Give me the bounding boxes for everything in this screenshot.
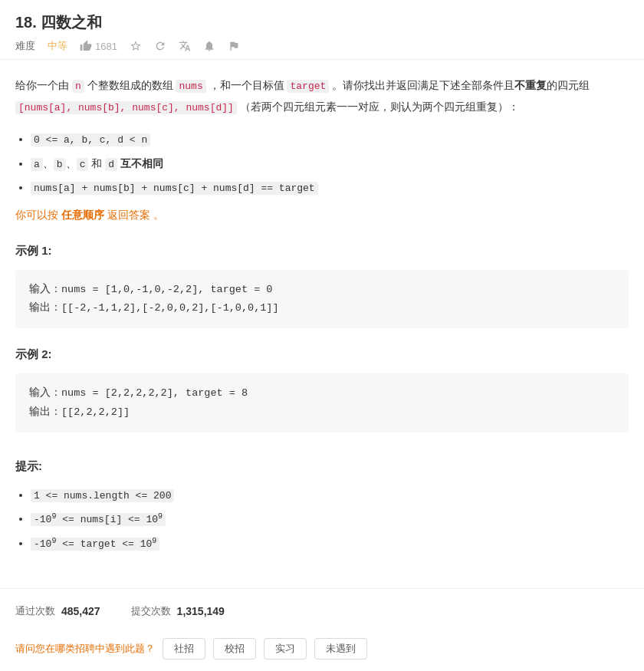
refresh-button[interactable] bbox=[154, 40, 166, 52]
translate-icon bbox=[179, 40, 191, 52]
cond-sep2: 、 bbox=[66, 157, 77, 169]
desc-bold1: 不重复 bbox=[514, 79, 547, 91]
hints-section: 提示: 1 <= nums.length <= 200 -109 <= nums… bbox=[15, 456, 629, 553]
difficulty-label: 难度 bbox=[15, 39, 35, 53]
hint-code-2: -109 <= nums[i] <= 109 bbox=[31, 513, 166, 526]
example2-title: 示例 2: bbox=[15, 344, 629, 364]
example1-input: 输入：nums = [1,0,-1,0,-2,2], target = 0 bbox=[29, 281, 615, 299]
example2-input: 输入：nums = [2,2,2,2,2], target = 8 bbox=[29, 384, 615, 403]
refresh-icon bbox=[154, 40, 166, 52]
pass-value: 485,427 bbox=[61, 605, 100, 617]
desc-intro3: ，和一个目标值 bbox=[206, 79, 288, 91]
hint-item-3: -109 <= target <= 109 bbox=[31, 534, 629, 553]
example1-output: 输出：[[-2,-1,1,2],[-2,0,0,2],[-1,0,0,1]] bbox=[29, 299, 615, 317]
flag-button[interactable] bbox=[228, 40, 240, 52]
problem-content: 给你一个由 n 个整数组成的数组 nums ，和一个目标值 target 。请你… bbox=[0, 60, 644, 573]
conditions-list: 0 <= a, b, c, d < n a、b、c 和 d 互不相同 nums[… bbox=[31, 130, 629, 197]
stats-row: 通过次数 485,427 提交次数 1,315,149 bbox=[0, 588, 644, 630]
recruit-question: 请问您在哪类招聘中遇到此题？ bbox=[15, 642, 155, 656]
condition-code-2d: d bbox=[105, 158, 117, 171]
condition-item: a、b、c 和 d 互不相同 bbox=[31, 154, 629, 173]
hint-item-2: -109 <= nums[i] <= 109 bbox=[31, 509, 629, 528]
condition-code-2a: a bbox=[31, 158, 43, 171]
condition-code-2c: c bbox=[77, 158, 89, 171]
example2-box: 输入：nums = [2,2,2,2,2], target = 8 输出：[[2… bbox=[15, 373, 629, 433]
example1-box: 输入：nums = [1,0,-1,0,-2,2], target = 0 输出… bbox=[15, 270, 629, 329]
submit-value: 1,315,149 bbox=[177, 605, 225, 617]
problem-header: 18. 四数之和 难度 中等 1681 bbox=[0, 0, 644, 60]
desc-tuple: [nums[a], nums[b], nums[c], nums[d]] bbox=[15, 101, 237, 114]
recruit-row: 请问您在哪类招聘中遇到此题？ 社招 校招 实习 未遇到 bbox=[0, 630, 644, 671]
flag-icon bbox=[228, 40, 240, 52]
meta-row: 难度 中等 1681 bbox=[15, 39, 629, 53]
desc-intro5: 的四元组 bbox=[547, 79, 590, 91]
translate-button[interactable] bbox=[179, 40, 191, 52]
note-emphasis: 任意顺序 bbox=[61, 209, 104, 221]
like-icon bbox=[80, 40, 92, 52]
problem-description: 给你一个由 n 个整数组成的数组 nums ，和一个目标值 target 。请你… bbox=[15, 75, 629, 117]
recruit-btn-campus[interactable]: 校招 bbox=[213, 638, 256, 659]
cond-mutual: 互不相同 bbox=[117, 157, 163, 169]
star-icon bbox=[130, 40, 142, 52]
desc-intro6: （若两个四元组元素一一对应，则认为两个四元组重复）： bbox=[237, 100, 519, 113]
hint-item-1: 1 <= nums.length <= 200 bbox=[31, 485, 629, 505]
hint-code-3: -109 <= target <= 109 bbox=[31, 538, 159, 551]
condition-code-3: nums[a] + nums[b] + nums[c] + nums[d] ==… bbox=[31, 182, 318, 195]
condition-item: 0 <= a, b, c, d < n bbox=[31, 130, 629, 149]
desc-intro: 给你一个由 bbox=[15, 79, 72, 91]
submit-label: 提交次数 bbox=[131, 604, 171, 618]
like-count: 1681 bbox=[95, 41, 117, 52]
recruit-btn-none[interactable]: 未遇到 bbox=[314, 638, 367, 659]
example1-title: 示例 1: bbox=[15, 240, 629, 261]
condition-code-1: 0 <= a, b, c, d < n bbox=[31, 133, 150, 146]
condition-item: nums[a] + nums[b] + nums[c] + nums[d] ==… bbox=[31, 178, 629, 197]
bell-button[interactable] bbox=[203, 40, 215, 52]
example2-output: 输出：[[2,2,2,2]] bbox=[29, 403, 615, 422]
recruit-btn-intern[interactable]: 实习 bbox=[264, 638, 307, 659]
problem-note: 你可以按 任意顺序 返回答案 。 bbox=[15, 206, 629, 225]
difficulty-value: 中等 bbox=[48, 39, 67, 53]
desc-target: target bbox=[287, 80, 329, 93]
hints-title: 提示: bbox=[15, 456, 629, 476]
desc-nums: nums bbox=[176, 80, 205, 93]
bell-icon bbox=[203, 40, 215, 52]
hints-list: 1 <= nums.length <= 200 -109 <= nums[i] … bbox=[31, 485, 629, 553]
like-button[interactable]: 1681 bbox=[80, 40, 117, 52]
star-button[interactable] bbox=[130, 40, 142, 52]
desc-intro4: 。请你找出并返回满足下述全部条件且 bbox=[329, 79, 514, 91]
submit-count-item: 提交次数 1,315,149 bbox=[131, 604, 225, 618]
desc-intro2: 个整数组成的数组 bbox=[84, 79, 176, 91]
cond-sep: 、 bbox=[43, 157, 54, 169]
pass-count-item: 通过次数 485,427 bbox=[15, 604, 100, 618]
hint-code-1: 1 <= nums.length <= 200 bbox=[31, 489, 174, 502]
recruit-btn-social[interactable]: 社招 bbox=[163, 638, 205, 659]
problem-title: 18. 四数之和 bbox=[15, 12, 629, 33]
desc-n: n bbox=[72, 80, 84, 93]
cond-and: 和 bbox=[88, 157, 105, 169]
condition-code-2b: b bbox=[54, 158, 66, 171]
pass-label: 通过次数 bbox=[15, 604, 55, 618]
